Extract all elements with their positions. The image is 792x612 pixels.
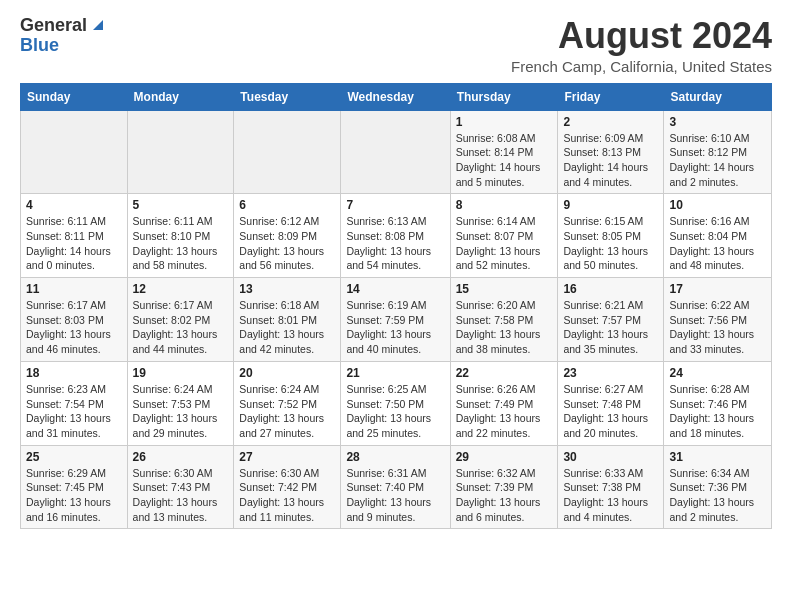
day-number: 24 — [669, 366, 766, 380]
day-info: Sunrise: 6:21 AM Sunset: 7:57 PM Dayligh… — [563, 298, 658, 357]
day-info: Sunrise: 6:31 AM Sunset: 7:40 PM Dayligh… — [346, 466, 444, 525]
logo-blue-text: Blue — [20, 36, 59, 56]
day-info: Sunrise: 6:34 AM Sunset: 7:36 PM Dayligh… — [669, 466, 766, 525]
day-info: Sunrise: 6:32 AM Sunset: 7:39 PM Dayligh… — [456, 466, 553, 525]
day-number: 29 — [456, 450, 553, 464]
day-cell: 11Sunrise: 6:17 AM Sunset: 8:03 PM Dayli… — [21, 278, 128, 362]
day-number: 13 — [239, 282, 335, 296]
day-cell: 8Sunrise: 6:14 AM Sunset: 8:07 PM Daylig… — [450, 194, 558, 278]
day-number: 28 — [346, 450, 444, 464]
day-cell: 14Sunrise: 6:19 AM Sunset: 7:59 PM Dayli… — [341, 278, 450, 362]
day-number: 23 — [563, 366, 658, 380]
day-info: Sunrise: 6:33 AM Sunset: 7:38 PM Dayligh… — [563, 466, 658, 525]
day-number: 31 — [669, 450, 766, 464]
day-cell: 1Sunrise: 6:08 AM Sunset: 8:14 PM Daylig… — [450, 110, 558, 194]
calendar-table: SundayMondayTuesdayWednesdayThursdayFrid… — [20, 83, 772, 530]
day-cell — [127, 110, 234, 194]
day-info: Sunrise: 6:24 AM Sunset: 7:53 PM Dayligh… — [133, 382, 229, 441]
header-day-sunday: Sunday — [21, 83, 128, 110]
day-number: 4 — [26, 198, 122, 212]
day-cell: 16Sunrise: 6:21 AM Sunset: 7:57 PM Dayli… — [558, 278, 664, 362]
day-number: 7 — [346, 198, 444, 212]
header-day-tuesday: Tuesday — [234, 83, 341, 110]
day-cell — [21, 110, 128, 194]
day-number: 25 — [26, 450, 122, 464]
day-number: 5 — [133, 198, 229, 212]
day-info: Sunrise: 6:29 AM Sunset: 7:45 PM Dayligh… — [26, 466, 122, 525]
day-number: 27 — [239, 450, 335, 464]
day-cell: 23Sunrise: 6:27 AM Sunset: 7:48 PM Dayli… — [558, 361, 664, 445]
week-row-2: 4Sunrise: 6:11 AM Sunset: 8:11 PM Daylig… — [21, 194, 772, 278]
day-number: 1 — [456, 115, 553, 129]
day-cell: 27Sunrise: 6:30 AM Sunset: 7:42 PM Dayli… — [234, 445, 341, 529]
day-info: Sunrise: 6:15 AM Sunset: 8:05 PM Dayligh… — [563, 214, 658, 273]
day-cell — [341, 110, 450, 194]
day-info: Sunrise: 6:13 AM Sunset: 8:08 PM Dayligh… — [346, 214, 444, 273]
day-number: 3 — [669, 115, 766, 129]
day-info: Sunrise: 6:11 AM Sunset: 8:11 PM Dayligh… — [26, 214, 122, 273]
day-info: Sunrise: 6:08 AM Sunset: 8:14 PM Dayligh… — [456, 131, 553, 190]
day-number: 16 — [563, 282, 658, 296]
day-info: Sunrise: 6:14 AM Sunset: 8:07 PM Dayligh… — [456, 214, 553, 273]
header-day-monday: Monday — [127, 83, 234, 110]
day-info: Sunrise: 6:19 AM Sunset: 7:59 PM Dayligh… — [346, 298, 444, 357]
header-day-thursday: Thursday — [450, 83, 558, 110]
logo-general-text: General — [20, 16, 87, 36]
week-row-5: 25Sunrise: 6:29 AM Sunset: 7:45 PM Dayli… — [21, 445, 772, 529]
day-cell: 9Sunrise: 6:15 AM Sunset: 8:05 PM Daylig… — [558, 194, 664, 278]
day-number: 15 — [456, 282, 553, 296]
day-number: 12 — [133, 282, 229, 296]
day-info: Sunrise: 6:12 AM Sunset: 8:09 PM Dayligh… — [239, 214, 335, 273]
day-cell: 22Sunrise: 6:26 AM Sunset: 7:49 PM Dayli… — [450, 361, 558, 445]
day-number: 10 — [669, 198, 766, 212]
day-number: 22 — [456, 366, 553, 380]
day-number: 30 — [563, 450, 658, 464]
day-cell: 19Sunrise: 6:24 AM Sunset: 7:53 PM Dayli… — [127, 361, 234, 445]
day-info: Sunrise: 6:09 AM Sunset: 8:13 PM Dayligh… — [563, 131, 658, 190]
day-info: Sunrise: 6:11 AM Sunset: 8:10 PM Dayligh… — [133, 214, 229, 273]
day-cell: 7Sunrise: 6:13 AM Sunset: 8:08 PM Daylig… — [341, 194, 450, 278]
day-cell: 12Sunrise: 6:17 AM Sunset: 8:02 PM Dayli… — [127, 278, 234, 362]
day-number: 20 — [239, 366, 335, 380]
day-number: 17 — [669, 282, 766, 296]
header-row: SundayMondayTuesdayWednesdayThursdayFrid… — [21, 83, 772, 110]
day-info: Sunrise: 6:16 AM Sunset: 8:04 PM Dayligh… — [669, 214, 766, 273]
day-cell: 13Sunrise: 6:18 AM Sunset: 8:01 PM Dayli… — [234, 278, 341, 362]
day-info: Sunrise: 6:22 AM Sunset: 7:56 PM Dayligh… — [669, 298, 766, 357]
day-number: 8 — [456, 198, 553, 212]
week-row-4: 18Sunrise: 6:23 AM Sunset: 7:54 PM Dayli… — [21, 361, 772, 445]
day-number: 19 — [133, 366, 229, 380]
week-row-3: 11Sunrise: 6:17 AM Sunset: 8:03 PM Dayli… — [21, 278, 772, 362]
logo: General Blue — [20, 16, 107, 56]
day-cell: 2Sunrise: 6:09 AM Sunset: 8:13 PM Daylig… — [558, 110, 664, 194]
month-title: August 2024 — [511, 16, 772, 56]
header: General Blue August 2024 French Camp, Ca… — [20, 16, 772, 75]
header-day-friday: Friday — [558, 83, 664, 110]
day-info: Sunrise: 6:10 AM Sunset: 8:12 PM Dayligh… — [669, 131, 766, 190]
day-info: Sunrise: 6:18 AM Sunset: 8:01 PM Dayligh… — [239, 298, 335, 357]
day-cell: 24Sunrise: 6:28 AM Sunset: 7:46 PM Dayli… — [664, 361, 772, 445]
logo-arrow-icon — [89, 16, 107, 34]
day-number: 21 — [346, 366, 444, 380]
day-number: 2 — [563, 115, 658, 129]
day-info: Sunrise: 6:17 AM Sunset: 8:03 PM Dayligh… — [26, 298, 122, 357]
day-cell: 5Sunrise: 6:11 AM Sunset: 8:10 PM Daylig… — [127, 194, 234, 278]
day-cell: 21Sunrise: 6:25 AM Sunset: 7:50 PM Dayli… — [341, 361, 450, 445]
calendar-header: SundayMondayTuesdayWednesdayThursdayFrid… — [21, 83, 772, 110]
svg-marker-0 — [93, 20, 103, 30]
header-day-saturday: Saturday — [664, 83, 772, 110]
title-area: August 2024 French Camp, California, Uni… — [511, 16, 772, 75]
day-info: Sunrise: 6:26 AM Sunset: 7:49 PM Dayligh… — [456, 382, 553, 441]
day-number: 11 — [26, 282, 122, 296]
week-row-1: 1Sunrise: 6:08 AM Sunset: 8:14 PM Daylig… — [21, 110, 772, 194]
day-cell: 26Sunrise: 6:30 AM Sunset: 7:43 PM Dayli… — [127, 445, 234, 529]
day-cell: 20Sunrise: 6:24 AM Sunset: 7:52 PM Dayli… — [234, 361, 341, 445]
day-info: Sunrise: 6:30 AM Sunset: 7:42 PM Dayligh… — [239, 466, 335, 525]
day-cell: 17Sunrise: 6:22 AM Sunset: 7:56 PM Dayli… — [664, 278, 772, 362]
day-cell: 4Sunrise: 6:11 AM Sunset: 8:11 PM Daylig… — [21, 194, 128, 278]
day-cell: 18Sunrise: 6:23 AM Sunset: 7:54 PM Dayli… — [21, 361, 128, 445]
day-number: 14 — [346, 282, 444, 296]
day-cell: 25Sunrise: 6:29 AM Sunset: 7:45 PM Dayli… — [21, 445, 128, 529]
calendar-body: 1Sunrise: 6:08 AM Sunset: 8:14 PM Daylig… — [21, 110, 772, 529]
day-cell: 29Sunrise: 6:32 AM Sunset: 7:39 PM Dayli… — [450, 445, 558, 529]
